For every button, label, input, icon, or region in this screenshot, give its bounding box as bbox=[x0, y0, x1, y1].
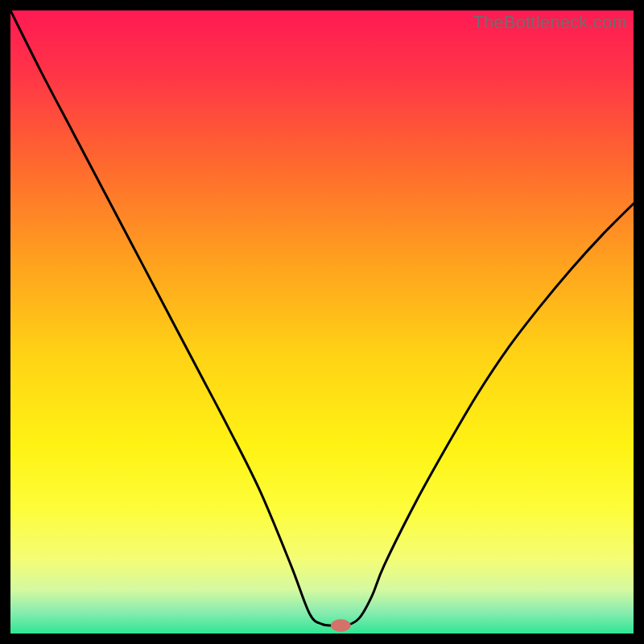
plot-area: TheBottleneck.com bbox=[10, 10, 634, 634]
gradient-background bbox=[10, 10, 634, 634]
minimum-marker bbox=[331, 619, 351, 631]
chart-frame: TheBottleneck.com bbox=[10, 10, 634, 634]
chart-svg bbox=[10, 10, 634, 634]
